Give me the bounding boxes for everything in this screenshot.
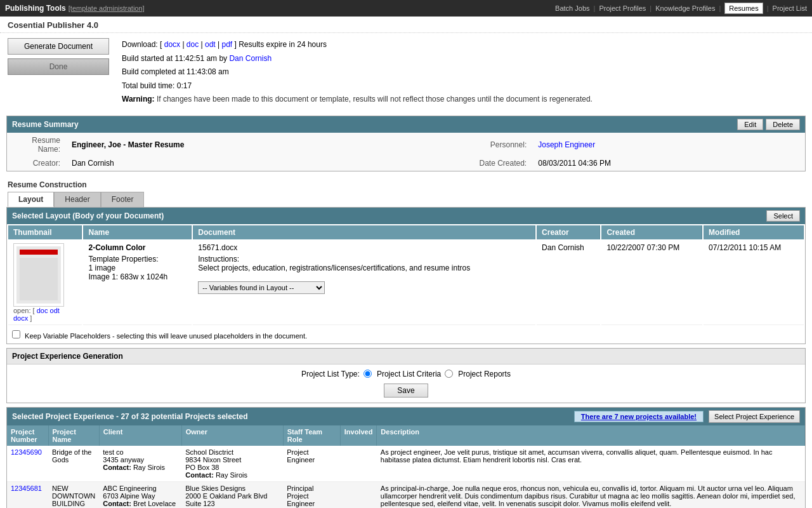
instructions-label: Instructions:	[198, 255, 530, 264]
staff-role: PrincipalProject Engineer	[283, 481, 340, 508]
owner-info: Blue Skies Designs2000 E Oakland Park Bl…	[181, 481, 283, 508]
owner-info: School Disctrict9834 Nixon StreetPO Box …	[181, 446, 283, 482]
project-number-link[interactable]: 12345681	[11, 485, 42, 492]
action-buttons: Generate Document Done	[8, 38, 109, 75]
radio-criteria-label: Project List Criteria	[377, 370, 441, 378]
personnel-value: Joseph Engineer	[533, 134, 804, 156]
col-description: Description	[377, 425, 805, 446]
name-cell: 2-Column Color Template Properties: 1 im…	[83, 241, 192, 325]
personnel-link[interactable]: Joseph Engineer	[538, 140, 595, 149]
project-experience-generation: Project Experience Generation Project Li…	[6, 348, 806, 403]
edit-button[interactable]: Edit	[737, 119, 763, 130]
resume-summary-section: Resume Summary Edit Delete Resume Name: …	[6, 116, 806, 171]
open-odt-link[interactable]: odt	[50, 307, 60, 314]
tab-footer[interactable]: Footer	[101, 192, 145, 207]
col-project-number: Project Number	[7, 425, 48, 446]
radio-row: Project List Type: Project List Criteria…	[12, 370, 800, 378]
done-button[interactable]: Done	[8, 58, 109, 75]
col-client: Client	[99, 425, 181, 446]
variables-dropdown[interactable]: -- Variables found in Layout --	[198, 281, 325, 294]
build-time-line: Total build time: 0:17	[122, 79, 593, 93]
project-number: 12345681	[7, 481, 48, 508]
save-button[interactable]: Save	[384, 384, 428, 398]
spe-header: Selected Project Experience - 27 of 32 p…	[7, 408, 805, 425]
checkbox-label: Keep Variable Placeholders - selecting t…	[25, 332, 307, 340]
table-row: Creator: Dan Cornish Date Created: 08/03…	[8, 157, 804, 170]
project-list-type-label: Project List Type:	[301, 370, 360, 378]
description: As project engineer, Joe velit purus, tr…	[377, 446, 805, 482]
tabs-container: Layout Header Footer	[0, 189, 812, 207]
resume-construction-title: Resume Construction	[8, 180, 87, 189]
tab-layout[interactable]: Layout	[8, 192, 54, 207]
peg-title: Project Experience Generation	[12, 352, 123, 361]
project-table-header: Project Number Project Name Client Owner…	[7, 425, 805, 446]
resume-summary-header: Resume Summary Edit Delete	[7, 116, 805, 133]
creator-label: Creator:	[8, 157, 65, 170]
table-row: 12345681 NEW DOWNTOWN BUILDING ABC Engin…	[7, 481, 805, 508]
project-table: Project Number Project Name Client Owner…	[7, 425, 805, 508]
col-thumbnail: Thumbnail	[8, 225, 82, 239]
image-count: 1 image	[88, 264, 187, 272]
involved	[340, 481, 377, 508]
top-bar-right: Batch Jobs | Project Profiles | Knowledg…	[555, 3, 807, 14]
build-by-link[interactable]: Dan Cornish	[229, 54, 272, 63]
document-name: 15671.docx	[198, 243, 530, 252]
layout-section: Selected Layout (Body of your Document) …	[6, 207, 806, 344]
warning-text: If changes have been made to this docume…	[157, 95, 593, 104]
col-created: Created	[601, 225, 702, 239]
table-row: 12345690 Bridge of the Gods test co3435 …	[7, 446, 805, 482]
build-started-line: Build started at 11:42:51 am by Dan Corn…	[122, 52, 593, 66]
nav-batch-jobs[interactable]: Batch Jobs	[555, 4, 589, 12]
resume-construction-header: Resume Construction	[0, 175, 812, 189]
col-modified: Modified	[704, 225, 804, 239]
involved	[340, 446, 377, 482]
nav-project-list[interactable]: Project List	[773, 4, 807, 12]
project-number: 12345690	[7, 446, 48, 482]
open-doc-link[interactable]: doc	[37, 307, 48, 314]
radio-reports[interactable]	[445, 370, 453, 378]
open-docx-link[interactable]: docx	[13, 314, 28, 322]
thumbnail-cell: open: [ doc odt docx ]	[8, 241, 82, 325]
project-name: Bridge of the Gods	[48, 446, 99, 482]
keep-placeholders-checkbox[interactable]	[12, 330, 20, 338]
date-created-label: Date Created:	[468, 157, 532, 170]
layout-table: Thumbnail Name Document Creator Created …	[7, 224, 805, 326]
new-projects-notice[interactable]: There are 7 new projects available!	[574, 411, 704, 422]
layout-name: 2-Column Color	[88, 243, 187, 252]
build-info: Download: [ docx | doc | odt | pdf ] Res…	[122, 38, 593, 107]
publisher-header: Cosential Publisher 4.0	[0, 17, 812, 33]
layout-row: open: [ doc odt docx ] 2-Column Color Te…	[8, 241, 804, 325]
build-completed-line: Build completed at 11:43:08 am	[122, 65, 593, 79]
select-layout-button[interactable]: Select	[766, 210, 800, 222]
resume-summary-table: Resume Name: Engineer, Joe - Master Resu…	[7, 133, 805, 171]
tab-header[interactable]: Header	[54, 192, 100, 207]
select-project-experience-button[interactable]: Select Project Experience	[709, 410, 800, 423]
image-size: Image 1: 683w x 1024h	[88, 272, 187, 281]
download-line: Download: [ docx | doc | odt | pdf ] Res…	[122, 38, 593, 52]
radio-criteria[interactable]	[363, 370, 372, 378]
creator-value: Dan Cornish	[67, 157, 467, 170]
publisher-title: Cosential Publisher 4.0	[8, 20, 804, 30]
document-cell: 15671.docx Instructions: Select projects…	[193, 241, 535, 325]
generate-document-button[interactable]: Generate Document	[8, 38, 109, 55]
col-project-name: Project Name	[48, 425, 99, 446]
nav-knowledge-profiles[interactable]: Knowledge Profiles	[655, 4, 715, 12]
download-doc[interactable]: doc	[187, 40, 199, 49]
checkbox-row: Keep Variable Placeholders - selecting t…	[7, 326, 805, 344]
download-docx[interactable]: docx	[164, 40, 180, 49]
delete-button[interactable]: Delete	[766, 119, 800, 130]
modified-cell: 07/12/2011 10:15 AM	[704, 241, 804, 325]
admin-link[interactable]: [template administration]	[69, 4, 145, 12]
nav-resumes[interactable]: Resumes	[724, 3, 763, 14]
warning-label: Warning:	[122, 95, 155, 104]
thumbnail-box	[13, 243, 64, 307]
download-odt[interactable]: odt	[205, 40, 216, 49]
col-name: Name	[83, 225, 192, 239]
instructions-text: Select projects, education, registration…	[198, 264, 530, 272]
peg-body: Project List Type: Project List Criteria…	[7, 364, 805, 403]
nav-project-profiles[interactable]: Project Profiles	[599, 4, 646, 12]
download-pdf[interactable]: pdf	[222, 40, 233, 49]
project-number-link[interactable]: 12345690	[11, 448, 42, 456]
radio-reports-label: Project Reports	[458, 370, 511, 378]
selected-project-experience: Selected Project Experience - 27 of 32 p…	[6, 407, 806, 508]
